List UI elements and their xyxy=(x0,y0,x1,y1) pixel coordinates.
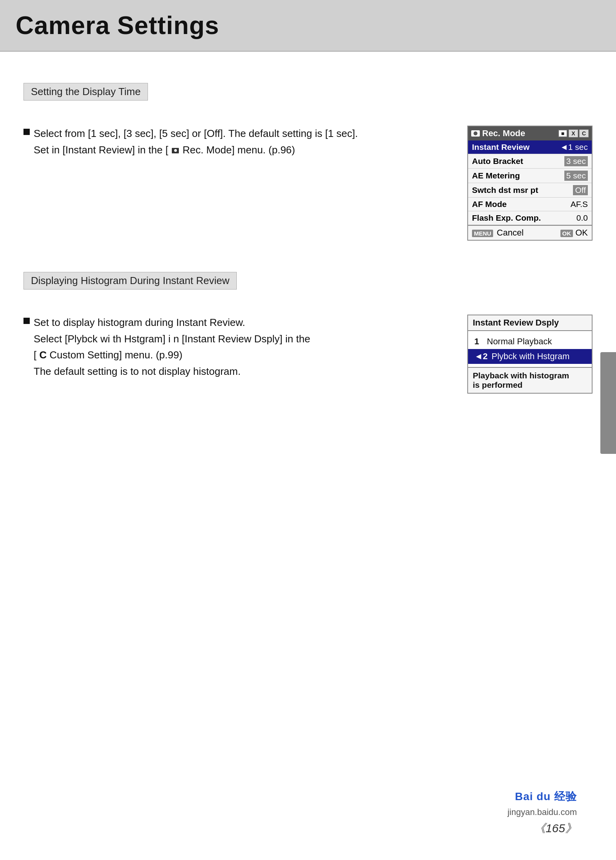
instant-review-screenshot: Instant Review Dsply 1 Normal Playback ◄… xyxy=(467,315,593,394)
section2-wrapper: Displaying Histogram During Instant Revi… xyxy=(23,272,593,394)
sidebar-tab xyxy=(600,352,616,454)
camera-menu-ok: OK OK xyxy=(560,228,588,238)
menu-row-af-mode: AF Mode AF.S xyxy=(468,198,592,211)
camera-menu-footer: MENU Cancel OK OK xyxy=(468,225,592,240)
page-number: 《165》 xyxy=(534,820,577,837)
menu-row-label-ab: Auto Bracket xyxy=(472,157,523,166)
section2-text4: The default setting is to not display hi… xyxy=(34,365,241,377)
ir-row-1-num: 1 xyxy=(474,336,483,347)
section2-row: Set to display histogram during Instant … xyxy=(23,315,593,394)
cancel-label: Cancel xyxy=(497,228,523,237)
menu-row-value-ir: ◄1 sec xyxy=(560,142,588,152)
section1-bullet: Select from [1 sec], [3 sec], [5 sec] or… xyxy=(23,126,452,158)
section2-bullet: Set to display histogram during Instant … xyxy=(23,315,452,380)
camera-menu-screenshot: Rec. Mode ■ X C Instant Review ◄1 sec Au… xyxy=(467,126,593,241)
ir-row-2-num: ◄2 xyxy=(474,351,488,362)
menu-row-auto-bracket: Auto Bracket 3 sec xyxy=(468,154,592,169)
ir-row-2: ◄2 Plybck with Hstgram xyxy=(468,349,592,364)
menu-row-instant-review: Instant Review ◄1 sec xyxy=(468,140,592,154)
menu-icon-rec: ■ xyxy=(558,130,567,137)
baidu-url: jingyan.baidu.com xyxy=(508,807,577,817)
section2-bullet-text: Set to display histogram during Instant … xyxy=(34,315,452,380)
menu-row-value-af: AF.S xyxy=(571,200,588,209)
section2-text1: Set to display histogram during Instant … xyxy=(34,317,245,328)
section2-label-wrapper: Displaying Histogram During Instant Revi… xyxy=(23,272,593,300)
menu-row-label-af: AF Mode xyxy=(472,200,507,209)
menu-icon-c: C xyxy=(579,130,589,137)
camera-menu-icons: ■ X C xyxy=(558,130,589,137)
menu-row-value-ae: 5 sec xyxy=(564,171,588,181)
menu-row-value-swtch: Off xyxy=(573,185,588,195)
ir-footer-text: Playback with histogramis performed xyxy=(473,371,569,389)
section2-label: Displaying Histogram During Instant Revi… xyxy=(23,272,237,290)
section1-label-wrapper: Setting the Display Time xyxy=(23,83,593,112)
baidu-text: Bai du 经验 xyxy=(515,790,577,802)
ir-body: 1 Normal Playback ◄2 Plybck with Hstgram xyxy=(468,331,592,367)
camera-icon xyxy=(471,130,480,137)
menu-row-label-swtch: Swtch dst msr pt xyxy=(472,185,538,195)
page-header: Camera Settings xyxy=(0,0,616,52)
rec-mode-icon xyxy=(172,148,179,153)
camera-menu-title: Rec. Mode xyxy=(482,128,525,139)
section1-row: Select from [1 sec], [3 sec], [5 sec] or… xyxy=(23,126,593,241)
camera-menu-header: Rec. Mode ■ X C xyxy=(468,126,592,140)
ir-row-1: 1 Normal Playback xyxy=(468,334,592,349)
ok-btn-label: OK xyxy=(560,230,573,237)
menu-row-ae-metering: AE Metering 5 sec xyxy=(468,169,592,183)
ir-row-1-label: Normal Playback xyxy=(487,336,552,347)
ir-header: Instant Review Dsply xyxy=(468,315,592,331)
menu-row-label-ir: Instant Review xyxy=(472,142,530,152)
menu-icon-x: X xyxy=(569,130,578,137)
page-content: Setting the Display Time Select from [1 … xyxy=(0,52,616,433)
camera-menu-cancel: MENU Cancel xyxy=(472,228,524,238)
page-footer: Bai du 经验 jingyan.baidu.com 《165》 xyxy=(508,789,577,837)
section2-text: Set to display histogram during Instant … xyxy=(23,315,452,380)
bullet2-icon xyxy=(23,318,30,324)
section2-text2: Select [Plybck wi th Hstgram] i n [Insta… xyxy=(34,333,310,345)
section1-text2: Set in [Instant Review] in the [ Rec. Mo… xyxy=(34,144,295,156)
ok-label: OK xyxy=(575,228,588,237)
menu-row-value-flash: 0.0 xyxy=(576,213,588,223)
menu-row-label-flash: Flash Exp. Comp. xyxy=(472,213,541,223)
camera-menu-body: Instant Review ◄1 sec Auto Bracket 3 sec… xyxy=(468,140,592,225)
page-title: Camera Settings xyxy=(16,11,600,40)
menu-row-label-ae: AE Metering xyxy=(472,171,520,180)
section1-bullet-text: Select from [1 sec], [3 sec], [5 sec] or… xyxy=(34,126,452,158)
ir-footer: Playback with histogramis performed xyxy=(468,367,592,393)
section2-text3: [ C Custom Setting] menu. (p.99) xyxy=(34,349,182,361)
camera-menu-title-area: Rec. Mode xyxy=(471,128,525,139)
menu-row-flash: Flash Exp. Comp. 0.0 xyxy=(468,211,592,225)
section1-text: Select from [1 sec], [3 sec], [5 sec] or… xyxy=(23,126,452,158)
section1-label: Setting the Display Time xyxy=(23,83,148,101)
section1-text1: Select from [1 sec], [3 sec], [5 sec] or… xyxy=(34,128,358,139)
ir-row-2-label: Plybck with Hstgram xyxy=(492,351,569,362)
menu-btn-label: MENU xyxy=(472,230,493,237)
bullet-icon xyxy=(23,129,30,135)
baidu-logo: Bai du 经验 xyxy=(515,789,577,804)
menu-row-swtch: Swtch dst msr pt Off xyxy=(468,183,592,198)
menu-row-value-ab: 3 sec xyxy=(564,156,588,166)
